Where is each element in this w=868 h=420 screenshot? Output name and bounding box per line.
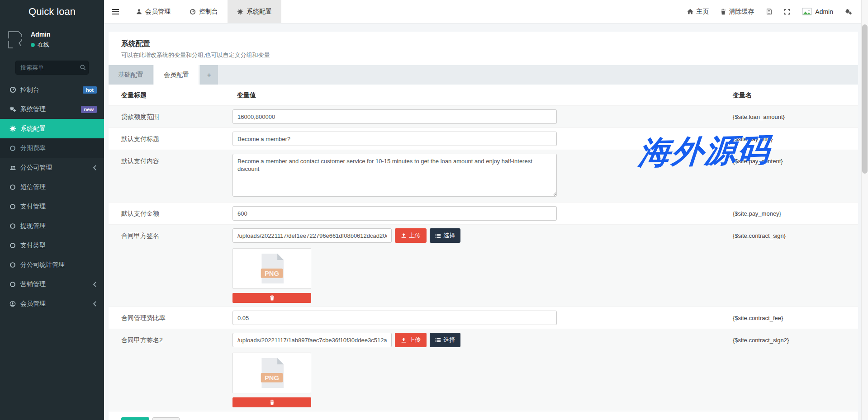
sidebar-item-sms-manage[interactable]: 短信管理 [0, 177, 104, 197]
gear-icon [9, 125, 16, 132]
reset-button[interactable]: 重置 [152, 417, 180, 420]
svg-text:PNG: PNG [265, 374, 279, 382]
gears-icon [845, 9, 852, 15]
col-header-name: 变量名 [733, 91, 845, 99]
circle-icon [9, 242, 16, 249]
sidebar-menu: 控制台 hot 系统管理 new 系统配置 分期费率 分公司管理 短信管理 支付… [0, 80, 104, 313]
sidebar-item-console[interactable]: 控制台 hot [0, 80, 104, 99]
document-icon [766, 8, 772, 15]
choose-button[interactable]: 选择 [430, 228, 460, 243]
chevron-left-icon [93, 282, 97, 287]
sidebar-item-system-manage[interactable]: 系统管理 new [0, 99, 104, 119]
png-file-icon: PNG [260, 254, 284, 283]
docs-link[interactable] [760, 0, 778, 23]
sidebar-item-system-config[interactable]: 系统配置 [0, 119, 104, 138]
gear-icon [237, 9, 243, 15]
sidebar-item-pay-type[interactable]: 支付类型 [0, 236, 104, 255]
home-link[interactable]: 主页 [681, 0, 715, 23]
search-input[interactable] [15, 61, 89, 75]
sidebar-item-branch-stats[interactable]: 分公司统计管理 [0, 255, 104, 274]
form-footer: 确定 重置 [109, 411, 858, 420]
pay-money-input[interactable] [232, 206, 557, 221]
choose-button[interactable]: 选择 [430, 333, 460, 347]
svg-text:PNG: PNG [265, 270, 279, 277]
sidebar-item-member-manage[interactable]: 会员管理 [0, 294, 104, 313]
content-panel: 系统配置 可以在此增改系统的变量和分组,也可以自定义分组和变量 基础配置 会员配… [109, 32, 858, 420]
search-icon[interactable] [80, 64, 86, 71]
table-row: 默认支付金额 {$site.pay_money} [109, 202, 858, 224]
chevron-left-icon [93, 301, 97, 307]
circle-icon [9, 203, 16, 210]
user-icon [9, 301, 16, 307]
gears-icon [9, 106, 16, 113]
circle-icon [9, 281, 16, 288]
table-header: 变量标题 变量值 变量名 [109, 85, 858, 105]
trash-icon [270, 295, 275, 301]
table-row: 默认支付标题 {$site.pay_title} [109, 127, 858, 150]
sidebar-item-marketing-manage[interactable]: 营销管理 [0, 274, 104, 294]
home-icon [687, 9, 693, 14]
topnav-tab-console[interactable]: 控制台 [180, 0, 228, 23]
page-title: 系统配置 [121, 39, 845, 48]
sidebar-toggle-button[interactable] [104, 0, 127, 23]
upload-button[interactable]: 上传 [395, 333, 427, 347]
topnav-tab-member-manage[interactable]: 会员管理 [127, 0, 180, 23]
pay-content-textarea[interactable]: Become a member and contact customer ser… [232, 154, 557, 197]
delete-file-button[interactable] [232, 293, 311, 303]
col-header-value: 变量值 [232, 91, 733, 99]
sidebar-item-withdraw-manage[interactable]: 提现管理 [0, 216, 104, 236]
list-icon [435, 233, 441, 239]
expand-icon [784, 9, 790, 15]
upload-icon [401, 233, 407, 239]
contract-sign-input[interactable] [232, 228, 392, 243]
col-header-title: 变量标题 [121, 91, 232, 99]
hot-badge: hot [83, 86, 97, 94]
loan-amount-input[interactable] [232, 109, 557, 124]
avatar [5, 28, 26, 52]
list-icon [435, 337, 441, 343]
avatar [802, 7, 815, 16]
sidebar-search [15, 61, 90, 75]
contract-fee-input[interactable] [232, 311, 557, 325]
trash-icon [721, 9, 726, 15]
admin-menu[interactable]: Admin [796, 0, 839, 23]
circle-icon [9, 223, 16, 229]
upload-button[interactable]: 上传 [395, 228, 427, 243]
new-badge: new [81, 106, 97, 113]
sidebar: Quick loan Admin 在线 控制台 hot 系统管理 n [0, 0, 104, 420]
clear-cache-link[interactable]: 清除缓存 [715, 0, 760, 23]
tab-basic-config[interactable]: 基础配置 [109, 65, 153, 85]
submit-button[interactable]: 确定 [121, 417, 149, 420]
delete-file-button[interactable] [232, 397, 311, 407]
online-dot [31, 43, 35, 47]
circle-icon [9, 184, 16, 190]
chevron-left-icon [93, 165, 97, 170]
page-scrollbar[interactable] [861, 0, 868, 420]
pay-title-input[interactable] [232, 132, 557, 146]
top-navbar: 会员管理 控制台 系统配置 主页 清除缓存 Admin [104, 0, 868, 24]
sidebar-item-pay-manage[interactable]: 支付管理 [0, 197, 104, 216]
users-icon [9, 165, 16, 171]
table-row: 合同管理费比率 {$site.contract_fee} [109, 307, 858, 329]
upload-icon [401, 337, 407, 343]
file-preview[interactable]: PNG [232, 248, 311, 289]
file-preview[interactable]: PNG [232, 353, 311, 393]
config-tabs: 基础配置 会员配置 + [109, 65, 858, 85]
sidebar-item-branch-manage[interactable]: 分公司管理 [0, 158, 104, 177]
dashboard-icon [190, 9, 196, 15]
user-icon [136, 9, 142, 14]
scrollbar-thumb[interactable] [862, 24, 868, 174]
fullscreen-toggle[interactable] [778, 0, 796, 23]
page-subtitle: 可以在此增改系统的变量和分组,也可以自定义分组和变量 [121, 51, 845, 59]
contract-sign2-input[interactable] [232, 333, 392, 347]
circle-icon [9, 145, 16, 151]
topnav-tab-system-config[interactable]: 系统配置 [228, 0, 281, 23]
circle-icon [9, 262, 16, 268]
table-row: 合同甲方签名 上传 选择 PNG [109, 224, 858, 307]
sidebar-item-installment-rate[interactable]: 分期费率 [0, 138, 104, 158]
user-status: 在线 [38, 41, 49, 49]
add-tab-button[interactable]: + [200, 65, 218, 85]
png-file-icon: PNG [260, 358, 284, 388]
settings-menu[interactable] [839, 0, 858, 23]
tab-member-config[interactable]: 会员配置 [154, 65, 199, 85]
